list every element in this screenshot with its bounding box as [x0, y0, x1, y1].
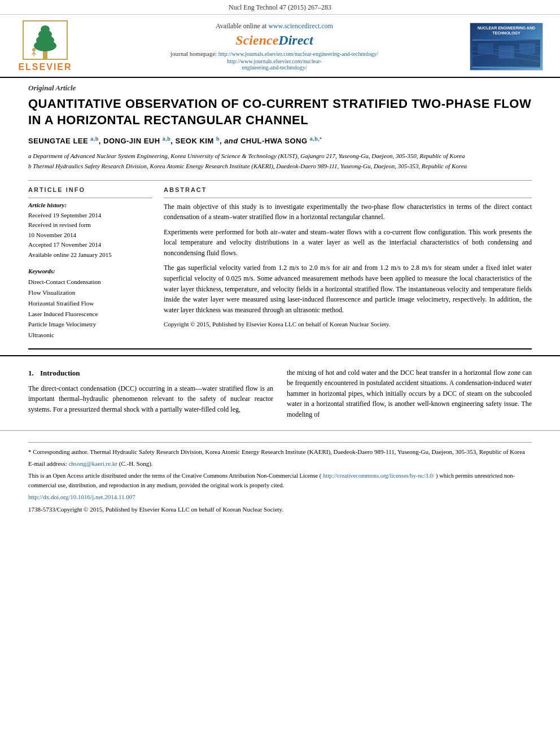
journal-cover-image: NUCLEAR ENGINEERING AND TECHNOLOGY	[470, 23, 543, 71]
keyword-6: Ultrasonic	[28, 330, 152, 340]
elsevier-logo-container: ELSEVIER	[11, 20, 79, 72]
svg-rect-15	[498, 46, 514, 59]
abstract-paragraph-2: Experiments were performed for both air–…	[164, 227, 532, 259]
keyword-4: Laser Induced Fluorescence	[28, 309, 152, 320]
open-access-text: This is an Open Access article distribut…	[28, 471, 532, 491]
footnotes-section: * Corresponding author. Thermal Hydrauli…	[0, 430, 560, 523]
abstract-column: ABSTRACT The main objective of this stud…	[164, 186, 532, 340]
keyword-3: Horizontal Stratified Flow	[28, 298, 152, 309]
journal-homepage-line: journal homepage: http://www.journals.el…	[85, 50, 464, 57]
affiliation-b: b Thermal Hydraulics Safety Research Div…	[28, 161, 532, 171]
introduction-body: 1. Introduction The direct-contact conde…	[28, 368, 532, 425]
email-line: E-mail address: chsong@kaeri.re.kr (C.-H…	[28, 459, 532, 469]
section-number: 1.	[28, 369, 34, 377]
svg-rect-14	[478, 43, 493, 53]
article-section: Original Article QUANTITATIVE OBSERVATIO…	[0, 78, 560, 340]
introduction-col-2: the mixing of hot and cold water and the…	[287, 368, 532, 425]
introduction-heading: 1. Introduction	[28, 368, 273, 379]
svg-point-4	[41, 25, 50, 33]
available-online-text: Available online at www.sciencedirect.co…	[85, 22, 464, 30]
abstract-heading: ABSTRACT	[164, 186, 532, 193]
article-info-abstract-section: ARTICLE INFO Article history: Received 1…	[28, 186, 532, 340]
keyword-1: Direct-Contact Condensation	[28, 277, 152, 287]
journal-cover-container: NUCLEAR ENGINEERING AND TECHNOLOGY	[470, 23, 549, 71]
affiliations: a Department of Advanced Nuclear System …	[28, 151, 532, 171]
revised-date: Received in revised form10 November 2014	[28, 220, 152, 240]
intro-col1-text: The direct-contact condensation (DCC) oc…	[28, 383, 273, 415]
article-info-column: ARTICLE INFO Article history: Received 1…	[28, 186, 152, 340]
journal-header-center: Available online at www.sciencedirect.co…	[85, 22, 464, 71]
cc-license-link[interactable]: http://creativecommons.org/licenses/by-n…	[323, 473, 435, 479]
email-suffix: (C.-H. Song).	[119, 460, 153, 467]
sciencedirect-url[interactable]: www.sciencedirect.com	[268, 22, 333, 30]
section-title: Introduction	[40, 369, 80, 377]
corresponding-author-text: * Corresponding author. Thermal Hydrauli…	[28, 447, 532, 457]
keywords-label: Keywords:	[28, 268, 152, 274]
journal-cover-visual	[473, 40, 540, 68]
received-date: Received 19 September 2014	[28, 211, 152, 221]
keywords-list: Direct-Contact Condensation Flow Visuali…	[28, 277, 152, 340]
elsevier-label-text: ELSEVIER	[18, 62, 72, 72]
email-link[interactable]: chsong@kaeri.re.kr	[68, 460, 117, 467]
intro-col2-text: the mixing of hot and cold water and the…	[287, 368, 532, 420]
journal-url-line: http://www.journals.elsevier.com/nuclear…	[85, 58, 464, 71]
journal-cover-title-text: NUCLEAR ENGINEERING AND TECHNOLOGY	[473, 25, 540, 36]
introduction-col-1: 1. Introduction The direct-contact conde…	[28, 368, 273, 425]
authors-line: SEUNGTAE LEE a,b, DONG-JIN EUH a,b, SEOK…	[28, 136, 532, 145]
article-main-title: QUANTITATIVE OBSERVATION OF CO-CURRENT S…	[28, 96, 532, 128]
affiliation-a: a Department of Advanced Nuclear System …	[28, 151, 532, 161]
elsevier-tree-icon	[23, 20, 68, 60]
doi-link[interactable]: http://dx.doi.org/10.1016/j.net.2014.11.…	[28, 493, 135, 500]
journal-reference: Nucl Eng Technol 47 (2015) 267–283	[229, 3, 331, 11]
issn-line: 1738-5733/Copyright © 2015, Published by…	[28, 505, 532, 515]
abstract-paragraph-1: The main objective of this study is to i…	[164, 202, 532, 222]
article-history-label: Article history:	[28, 202, 152, 208]
journal-homepage-url[interactable]: http://www.journals.elsevier.com/nuclear…	[218, 51, 378, 57]
keyword-2: Flow Visualization	[28, 287, 152, 298]
introduction-section: 1. Introduction The direct-contact conde…	[0, 355, 560, 430]
email-label: E-mail address:	[28, 460, 67, 467]
svg-rect-16	[519, 43, 535, 53]
abstract-paragraph-3: The gas superficial velocity varied from…	[164, 263, 532, 315]
svg-point-6	[32, 48, 36, 51]
sciencedirect-logo: ScienceDirect	[85, 33, 464, 48]
available-online-date: Available online 22 January 2015	[28, 250, 152, 260]
journal-header: ELSEVIER Available online at www.science…	[0, 15, 560, 78]
article-info-heading: ARTICLE INFO	[28, 186, 152, 193]
abstract-copyright: Copyright © 2015, Published by Elsevier …	[164, 320, 532, 329]
keyword-5: Particle Image Velocimetry	[28, 319, 152, 330]
doi-line: http://dx.doi.org/10.1016/j.net.2014.11.…	[28, 492, 532, 503]
accepted-date: Accepted 17 November 2014	[28, 240, 152, 250]
journal-reference-bar: Nucl Eng Technol 47 (2015) 267–283	[0, 0, 560, 15]
article-type-label: Original Article	[28, 84, 532, 93]
